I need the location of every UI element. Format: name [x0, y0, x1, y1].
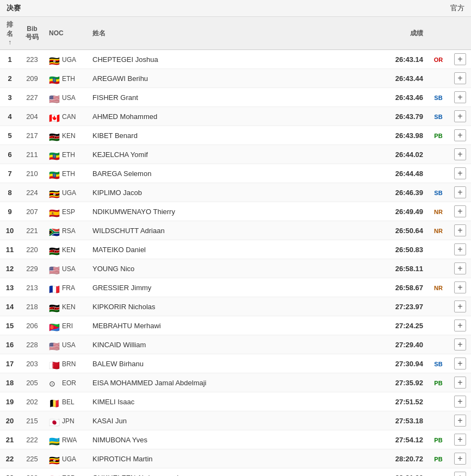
add-button[interactable]: +	[454, 472, 466, 476]
cell-action: +	[449, 335, 471, 354]
cell-bib: 217	[20, 126, 45, 145]
cell-name: BALEW Birhanu	[88, 354, 379, 373]
add-button[interactable]: +	[454, 339, 466, 350]
add-button[interactable]: +	[454, 224, 466, 236]
cell-bib: 208	[20, 468, 45, 477]
cell-rank: 17	[0, 354, 20, 373]
cell-badge	[427, 392, 449, 411]
badge-label: NR	[434, 228, 443, 234]
table-row: 18205⊙EOREISA MOHAMMED Jamal Abdelmaji27…	[0, 373, 471, 392]
cell-action: +	[449, 430, 471, 449]
table-row: 9207🇪🇸ESPNDIKUMWENAYO Thierry26:49.49NR+	[0, 202, 471, 221]
cell-action: +	[449, 373, 471, 392]
cell-rank: 5	[0, 126, 20, 145]
cell-score: 26:44.02	[379, 145, 427, 164]
cell-name: KIPROTICH Martin	[88, 449, 379, 468]
add-button[interactable]: +	[454, 72, 466, 84]
add-button[interactable]: +	[454, 205, 466, 217]
cell-action: +	[449, 278, 471, 297]
col-noc: NOC	[45, 17, 88, 50]
cell-name: MEBRAHTU Merhawi	[88, 316, 379, 335]
cell-action: +	[449, 145, 471, 164]
cell-score: 28:21.90	[379, 468, 427, 477]
cell-badge: PB	[427, 373, 449, 392]
flag-icon: 🇺🇬	[49, 455, 60, 462]
badge-label: SB	[434, 190, 442, 196]
table-row: 22225🇺🇬UGAKIPROTICH Martin28:20.72PB+	[0, 449, 471, 468]
add-button[interactable]: +	[454, 281, 466, 293]
cell-rank: 14	[0, 297, 20, 316]
cell-score: 27:24.25	[379, 316, 427, 335]
cell-action: +	[449, 69, 471, 88]
add-button[interactable]: +	[454, 396, 466, 408]
add-button[interactable]: +	[454, 300, 466, 312]
flag-icon: 🇪🇸	[49, 208, 60, 215]
cell-action: +	[449, 259, 471, 278]
cell-name: AHMED Mohammed	[88, 107, 379, 126]
table-row: 7210🇪🇹ETHBAREGA Selemon26:44.48+	[0, 164, 471, 183]
cell-action: +	[449, 126, 471, 145]
table-row: 15206🇪🇷ERIMEBRAHTU Merhawi27:24.25+	[0, 316, 471, 335]
cell-action: +	[449, 107, 471, 126]
cell-rank: 12	[0, 259, 20, 278]
noc-label: USA	[62, 341, 76, 349]
badge-label: SB	[434, 361, 442, 367]
cell-action: +	[449, 202, 471, 221]
cell-bib: 205	[20, 373, 45, 392]
table-row: 13213🇫🇷FRAGRESSIER Jimmy26:58.67NR+	[0, 278, 471, 297]
cell-noc: 🇰🇪KEN	[45, 126, 88, 145]
noc-label: BEL	[62, 398, 75, 406]
cell-rank: 22	[0, 449, 20, 468]
add-button[interactable]: +	[454, 167, 466, 179]
cell-action: +	[449, 183, 471, 202]
add-button[interactable]: +	[454, 129, 466, 141]
flag-icon: 🇧🇭	[49, 360, 60, 367]
add-button[interactable]: +	[454, 262, 466, 274]
table-row: 17203🇧🇭BRNBALEW Birhanu27:30.94SB+	[0, 354, 471, 373]
cell-bib: 207	[20, 202, 45, 221]
add-button[interactable]: +	[454, 148, 466, 160]
cell-bib: 223	[20, 50, 45, 69]
cell-score: 27:51.52	[379, 392, 427, 411]
cell-rank: 10	[0, 221, 20, 240]
cell-noc: 🇺🇬UGA	[45, 449, 88, 468]
cell-badge	[427, 335, 449, 354]
cell-name: KIPLIMO Jacob	[88, 183, 379, 202]
cell-rank: 15	[0, 316, 20, 335]
cell-name: CHEPTEGEI Joshua	[88, 50, 379, 69]
cell-score: 26:43.46	[379, 88, 427, 107]
cell-noc: 🇪🇸ESP	[45, 468, 88, 477]
add-button[interactable]: +	[454, 358, 466, 369]
cell-rank: 8	[0, 183, 20, 202]
cell-name: MATEIKO Daniel	[88, 240, 379, 259]
cell-badge: SB	[427, 354, 449, 373]
cell-rank: 2	[0, 69, 20, 88]
cell-badge	[427, 297, 449, 316]
cell-rank: 11	[0, 240, 20, 259]
cell-name: EISA MOHAMMED Jamal Abdelmaji	[88, 373, 379, 392]
add-button[interactable]: +	[454, 110, 466, 122]
add-button[interactable]: +	[454, 53, 466, 65]
flag-icon: 🇨🇦	[49, 113, 60, 120]
cell-action: +	[449, 164, 471, 183]
add-button[interactable]: +	[454, 186, 466, 198]
table-row: 11220🇰🇪KENMATEIKO Daniel26:50.83+	[0, 240, 471, 259]
add-button[interactable]: +	[454, 415, 466, 427]
cell-rank: 6	[0, 145, 20, 164]
add-button[interactable]: +	[454, 320, 466, 331]
cell-rank: 20	[0, 411, 20, 430]
flag-icon: 🇺🇸	[49, 94, 60, 101]
add-button[interactable]: +	[454, 453, 466, 465]
add-button[interactable]: +	[454, 377, 466, 389]
noc-label: KEN	[62, 303, 76, 311]
add-button[interactable]: +	[454, 434, 466, 446]
badge-label: PB	[434, 456, 442, 462]
add-button[interactable]: +	[454, 91, 466, 103]
cell-name: OUKHELFEN Abdessamad	[88, 468, 379, 477]
table-row: 4204🇨🇦CANAHMED Mohammed26:43.79SB+	[0, 107, 471, 126]
add-button[interactable]: +	[454, 243, 466, 255]
cell-bib: 203	[20, 354, 45, 373]
cell-action: +	[449, 88, 471, 107]
badge-label: SB	[434, 95, 442, 101]
cell-badge	[427, 69, 449, 88]
